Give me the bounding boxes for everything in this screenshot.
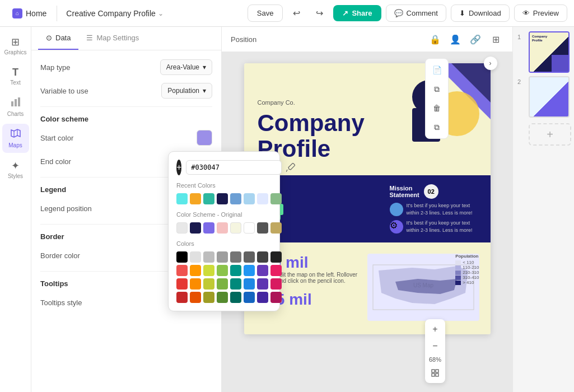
recent-colors-grid xyxy=(176,193,222,204)
preview-label: Preview xyxy=(533,9,559,17)
start-color-swatch[interactable] xyxy=(197,130,212,146)
tooltips-style-label: Tooltips style xyxy=(40,298,82,307)
grid-icon[interactable]: ⊞ xyxy=(488,31,503,47)
thumbnail-2[interactable]: 2 xyxy=(517,76,570,118)
color-cell[interactable] xyxy=(203,251,214,263)
thumb-image[interactable]: CompanyProfile xyxy=(529,31,570,73)
color-cell[interactable] xyxy=(190,278,201,290)
mission-text1: It's best if you keep your text within 2… xyxy=(407,202,479,216)
copy-page-icon[interactable]: ⧉ xyxy=(429,81,445,97)
legend-position-label: Legend position xyxy=(40,204,92,213)
color-cell[interactable] xyxy=(190,193,201,204)
color-cell[interactable] xyxy=(176,251,188,263)
color-cell[interactable] xyxy=(176,265,188,276)
lock-icon[interactable]: 🔒 xyxy=(427,31,443,47)
variable-value: Population xyxy=(167,87,199,95)
color-cell[interactable] xyxy=(217,251,222,263)
start-color-field xyxy=(197,130,212,146)
styles-icon: ✦ xyxy=(11,160,20,172)
zoom-fit-button[interactable] xyxy=(427,365,443,381)
svg-rect-1 xyxy=(15,99,17,106)
tab-data[interactable]: ⊙ Data xyxy=(38,27,78,50)
heading-line1: Company xyxy=(258,110,365,136)
color-cell[interactable] xyxy=(176,222,188,234)
settings-icon: ⚙ xyxy=(390,220,403,234)
undo-button[interactable]: ↩ xyxy=(287,4,306,22)
svg-rect-20 xyxy=(432,374,435,376)
sidebar-item-label: Charts xyxy=(7,111,24,117)
color-cell[interactable] xyxy=(190,292,201,303)
end-color-label: End color xyxy=(40,157,71,166)
map-type-select[interactable]: Area-Value ▾ xyxy=(160,59,212,75)
color-cell[interactable] xyxy=(203,292,214,303)
canvas-side-tools: 📄 ⧉ 🗑 ⧉ xyxy=(425,58,449,139)
home-button[interactable]: ⌂ Home xyxy=(7,5,52,22)
color-cell[interactable] xyxy=(190,251,201,263)
person-icon[interactable]: 👤 xyxy=(447,31,463,47)
zoom-out-button[interactable]: − xyxy=(427,338,443,354)
download-button[interactable]: ⬇ Download xyxy=(451,4,510,22)
main: ⊞ Graphics T Text Charts Maps ✦ Styles xyxy=(0,27,574,392)
sidebar-item-maps[interactable]: Maps xyxy=(2,124,29,153)
color-cell[interactable] xyxy=(190,222,201,234)
comment-icon: 💬 xyxy=(394,9,403,17)
color-picker-popup: + Recent Colors Color Scheme - Original xyxy=(168,151,222,311)
sidebar-item-graphics[interactable]: ⊞ Graphics xyxy=(2,31,29,60)
color-cell[interactable] xyxy=(176,193,188,204)
map-type-label: Map type xyxy=(40,63,70,72)
chevron-down-icon: ▾ xyxy=(203,63,206,71)
map-type-value: Area-Value xyxy=(166,63,199,71)
color-cell[interactable] xyxy=(203,222,214,234)
tab-map-settings[interactable]: ☰ Map Settings xyxy=(78,27,147,50)
sidebar-item-styles[interactable]: ✦ Styles xyxy=(2,155,29,184)
variable-label: Variable to use xyxy=(40,87,88,95)
color-cell[interactable] xyxy=(217,193,222,204)
comment-button[interactable]: 💬 Comment xyxy=(386,4,446,22)
color-cell[interactable] xyxy=(203,193,214,204)
text-icon: T xyxy=(12,67,18,78)
sidebar-item-label: Graphics xyxy=(4,49,27,55)
color-cell[interactable] xyxy=(217,222,222,234)
thumb-image[interactable] xyxy=(529,76,570,118)
thumbnail-1[interactable]: 1 CompanyProfile xyxy=(517,31,570,73)
share-button[interactable]: ↗ Share xyxy=(333,5,381,21)
color-cell[interactable] xyxy=(203,278,214,290)
add-page-icon[interactable]: 📄 xyxy=(429,62,445,78)
link-icon[interactable]: 🔗 xyxy=(468,31,483,47)
zoom-in-button[interactable]: + xyxy=(427,321,443,337)
duplicate-page-icon[interactable]: ⧉ xyxy=(429,119,445,135)
page-top-section: Company Co. Company Profile xyxy=(244,63,491,175)
color-cell[interactable] xyxy=(217,278,222,290)
color-cell[interactable] xyxy=(176,278,188,290)
canvas-toolbar: Position 🔒 👤 🔗 ⊞ xyxy=(222,27,512,52)
avatar-icon xyxy=(390,203,403,216)
divider xyxy=(40,106,212,107)
topbar: ⌂ Home Creative Company Profile ⌄ Save ↩… xyxy=(0,0,574,27)
delete-page-icon[interactable]: 🗑 xyxy=(429,100,445,116)
hex-input[interactable] xyxy=(186,160,222,175)
sidebar-item-text[interactable]: T Text xyxy=(2,62,29,90)
preview-button[interactable]: 👁 Preview xyxy=(514,4,567,22)
color-cell[interactable] xyxy=(190,265,201,276)
recent-colors-label: Recent Colors xyxy=(176,182,222,189)
right-panel: 1 CompanyProfile 2 + xyxy=(512,27,574,392)
colors-section-label: Colors xyxy=(176,240,222,247)
next-page-arrow[interactable]: › xyxy=(484,57,497,70)
color-cell[interactable] xyxy=(217,265,222,276)
redo-button[interactable]: ↪ xyxy=(310,4,329,22)
variable-row: Variable to use Population ▾ xyxy=(40,83,212,99)
charts-icon xyxy=(11,97,21,110)
chevron-down-icon: ▾ xyxy=(203,87,206,95)
doc-title[interactable]: Creative Company Profile ⌄ xyxy=(62,7,168,20)
picker-add-button[interactable]: + xyxy=(176,160,181,175)
color-cell[interactable] xyxy=(176,292,188,303)
map-section: US Map Population < 110 110-210 xyxy=(367,254,479,323)
color-cell[interactable] xyxy=(217,292,222,303)
panel-tabs: ⊙ Data ☰ Map Settings xyxy=(31,27,221,50)
svg-rect-21 xyxy=(436,374,438,376)
add-page-button[interactable]: + xyxy=(529,123,571,146)
sidebar-item-charts[interactable]: Charts xyxy=(2,92,29,122)
variable-select[interactable]: Population ▾ xyxy=(161,83,212,99)
save-button[interactable]: Save xyxy=(248,4,283,22)
color-cell[interactable] xyxy=(203,265,214,276)
